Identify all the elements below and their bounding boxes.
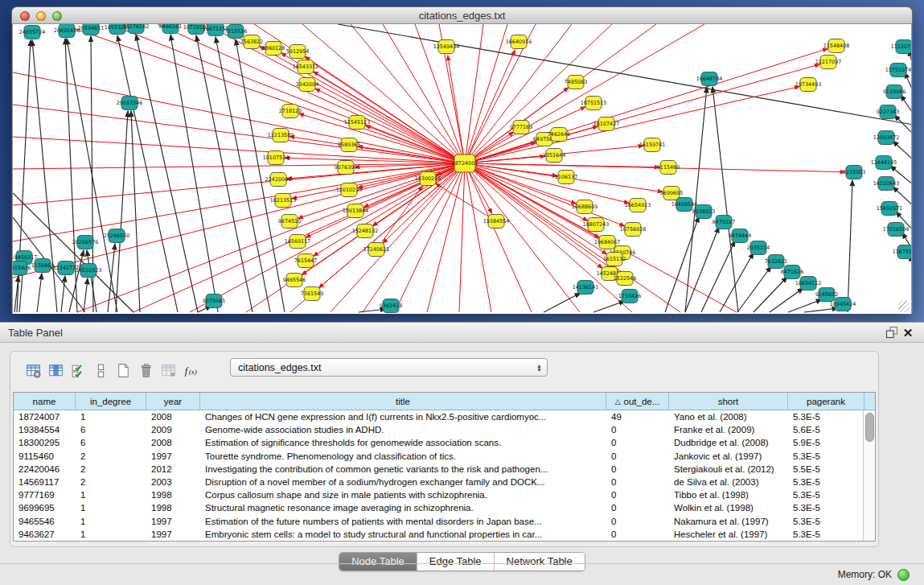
table-row[interactable]: 977716911998Corpus callosum shape and si… — [14, 488, 863, 501]
table-cell[interactable]: 1998 — [146, 503, 200, 513]
table-cell[interactable]: 6 — [76, 425, 146, 435]
graph-edge[interactable] — [136, 35, 198, 312]
table-cell[interactable]: 1 — [76, 412, 146, 422]
graph-edge[interactable] — [804, 308, 838, 312]
graph-edge[interactable] — [359, 309, 386, 312]
table-cell[interactable]: 0 — [606, 425, 669, 435]
table-cell[interactable]: Wolkin et al. (1998) — [669, 503, 788, 513]
column-header-pagerank[interactable]: pagerank — [788, 393, 864, 410]
graph-edge[interactable] — [465, 163, 491, 312]
table-cell[interactable]: 5.3E-5 — [788, 412, 863, 422]
graph-edge[interactable] — [435, 183, 487, 216]
table-cell[interactable]: 5.3E-5 — [788, 477, 863, 487]
graph-edge[interactable] — [84, 278, 88, 312]
column-header-title[interactable]: title — [200, 393, 606, 410]
table-cell[interactable]: Changes of HCN gene expression and I(f) … — [200, 412, 606, 422]
table-cell[interactable]: Franke et al. (2009) — [669, 425, 788, 435]
graph-edge[interactable] — [117, 35, 178, 312]
table-cell[interactable]: Dudbridge et al. (2008) — [669, 438, 788, 447]
table-cell[interactable]: 0 — [606, 490, 669, 500]
table-cell[interactable]: 0 — [606, 517, 669, 526]
table-cell[interactable]: Genome-wide association studies in ADHD. — [200, 425, 606, 435]
table-cell[interactable]: 2009 — [146, 425, 200, 435]
table-row[interactable]: 1456911722003Disruption of a novel membe… — [14, 476, 863, 488]
column-header-in-degree[interactable]: in_degree — [76, 393, 146, 410]
table-cell[interactable]: 1997 — [146, 529, 200, 539]
table-cell[interactable]: Stergiakouli et al. (2012) — [669, 464, 788, 474]
graph-edge[interactable] — [848, 180, 852, 312]
table-cell[interactable]: 5.3E-5 — [788, 451, 863, 461]
new-document-icon[interactable] — [112, 360, 134, 381]
table-cell[interactable]: 1 — [76, 490, 146, 500]
table-cell[interactable]: 1997 — [146, 517, 200, 526]
table-cell[interactable]: Estimation of the future numbers of pati… — [200, 517, 606, 526]
graph-edge[interactable] — [593, 301, 625, 312]
table-cell[interactable]: 9115460 — [14, 451, 76, 461]
table-cell[interactable]: 18300295 — [14, 438, 76, 447]
graph-edge[interactable] — [469, 50, 515, 154]
table-cell[interactable]: 2008 — [146, 438, 200, 447]
table-cell[interactable]: 1 — [76, 529, 146, 539]
float-panel-icon[interactable] — [884, 324, 900, 340]
graph-edge[interactable] — [13, 163, 465, 205]
table-cell[interactable]: Tourette syndrome. Phenomenology and cla… — [200, 451, 606, 461]
table-cell[interactable]: 1 — [76, 503, 146, 513]
graph-edge[interactable] — [544, 293, 581, 312]
table-cell[interactable]: 22420046 — [14, 464, 76, 474]
function-builder-icon[interactable]: f(x) — [179, 360, 202, 381]
table-cell[interactable]: 49 — [606, 412, 669, 422]
table-cell[interactable]: Tibbo et al. (1998) — [669, 490, 788, 500]
graph-edge[interactable] — [737, 266, 771, 312]
table-cell[interactable]: Jankovic et al. (1997) — [669, 451, 788, 461]
graph-edge[interactable] — [894, 115, 912, 134]
table-cell[interactable]: 5.3E-5 — [788, 490, 863, 500]
graph-edge[interactable] — [299, 113, 456, 160]
window-titlebar[interactable]: citations_edges.txt — [11, 6, 913, 24]
table-scrollbar[interactable] — [863, 410, 875, 541]
close-panel-icon[interactable]: ✕ — [900, 324, 916, 340]
table-cell[interactable]: de Silva et al. (2003) — [669, 477, 788, 487]
table-settings-icon[interactable] — [22, 360, 44, 381]
graph-edge[interactable] — [170, 35, 218, 312]
table-cell[interactable]: 5.3E-5 — [788, 529, 863, 539]
window-resize-grip[interactable] — [898, 301, 910, 312]
table-cell[interactable]: 2008 — [146, 412, 200, 422]
graph-edge[interactable] — [893, 141, 912, 160]
table-row[interactable]: 946554611997Estimation of the future num… — [14, 515, 863, 528]
table-row[interactable]: 1872400712008Changes of HCN gene express… — [14, 410, 863, 423]
table-cell[interactable]: 2012 — [146, 464, 200, 474]
graph-edge[interactable] — [754, 277, 787, 312]
graph-edge[interactable] — [158, 24, 465, 163]
table-cell[interactable]: Structural magnetic resonance image aver… — [200, 503, 606, 513]
delete-table-icon[interactable] — [134, 360, 157, 381]
clear-selection-icon[interactable] — [89, 360, 112, 381]
table-row[interactable]: 1938455462009Genome-wide association stu… — [14, 423, 863, 436]
table-cell[interactable]: 2 — [76, 464, 146, 474]
table-cell[interactable]: 0 — [606, 451, 669, 461]
table-cell[interactable]: Nakamura et al. (1997) — [669, 517, 788, 526]
table-cell[interactable]: 9463627 — [14, 529, 76, 539]
table-cell[interactable]: 5.3E-5 — [788, 517, 863, 526]
table-cell[interactable]: 5.5E-5 — [788, 464, 863, 474]
graph-edge[interactable] — [108, 244, 115, 312]
table-cell[interactable]: 0 — [606, 529, 669, 539]
table-row[interactable]: 946362711997Embryonic stem cells: a mode… — [14, 528, 863, 541]
table-cell[interactable]: 1 — [76, 517, 146, 526]
table-cell[interactable]: 18724007 — [14, 412, 76, 422]
table-row[interactable]: 1830029562008Estimation of significance … — [14, 436, 863, 449]
table-cell[interactable]: 1998 — [146, 490, 200, 500]
table-cell[interactable]: 2 — [76, 451, 146, 461]
table-row[interactable]: 969969511998Structural magnetic resonanc… — [14, 501, 863, 514]
graph-edge[interactable] — [37, 274, 42, 312]
graph-edge[interactable] — [13, 163, 465, 169]
graph-edge[interactable] — [474, 165, 557, 176]
graph-edge[interactable] — [313, 72, 456, 159]
column-header-name[interactable]: name — [14, 393, 76, 410]
table-cell[interactable]: Corpus callosum shape and size in male p… — [200, 490, 606, 500]
graph-edge[interactable] — [338, 24, 912, 125]
table-cell[interactable]: 5.6E-5 — [788, 425, 863, 435]
graph-edge[interactable] — [665, 216, 699, 312]
table-cell[interactable]: 2 — [76, 477, 146, 487]
select-column-icon[interactable] — [44, 360, 67, 381]
graph-edge[interactable] — [315, 89, 456, 159]
